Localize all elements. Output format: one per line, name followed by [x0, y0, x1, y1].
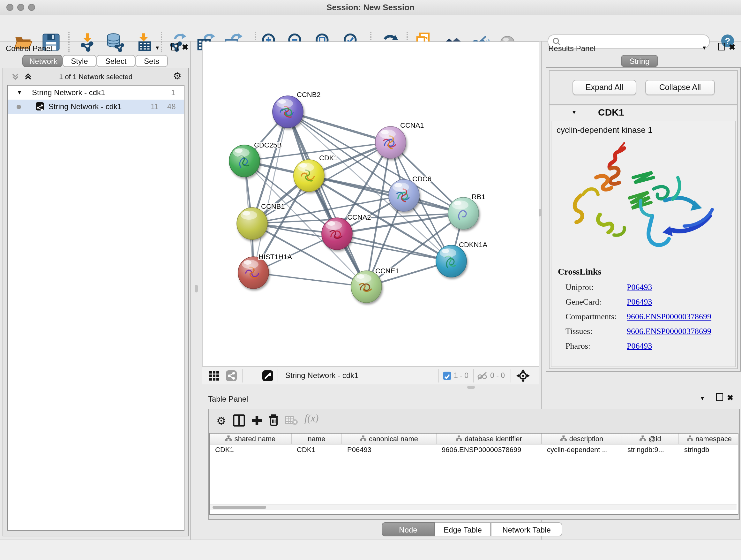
bottom-splitter-handle[interactable]: [467, 386, 475, 389]
control-panel-close-icon[interactable]: ✖: [182, 43, 188, 52]
table-panel-float-icon[interactable]: [716, 393, 723, 401]
status-bar: Memory: [0, 540, 741, 560]
cdk1-name: CDK1: [598, 107, 624, 118]
table-cell[interactable]: stringdb: [679, 444, 738, 455]
tab-select[interactable]: Select: [96, 55, 135, 67]
tree-expander-icon[interactable]: ▾: [18, 85, 21, 100]
column-header-description[interactable]: description: [542, 434, 622, 444]
table-hscrollbar[interactable]: [210, 504, 737, 510]
toolbar-separator: [511, 369, 511, 382]
grid-view-icon[interactable]: [209, 371, 219, 383]
birdseye-view-icon[interactable]: [262, 370, 273, 381]
column-header-namespace[interactable]: namespace: [679, 434, 738, 444]
network-graph[interactable]: CCNB2CCNA1CDC25BCDK1CDC6RB1CCNB1CCNA2CDK…: [203, 42, 539, 366]
table-row[interactable]: CDK1CDK1P064939606.ENSP00000378699cyclin…: [210, 444, 738, 455]
table-cell[interactable]: stringdb:9...: [622, 444, 679, 455]
network-node-ccne1[interactable]: [351, 271, 382, 303]
table-cell[interactable]: CDK1: [210, 444, 292, 455]
network-node-ccnb1[interactable]: [237, 207, 267, 240]
node-table[interactable]: shared namenamecanonical namedatabase id…: [209, 433, 738, 515]
crosslink-link[interactable]: P06493: [627, 282, 652, 292]
control-panel-float-icon[interactable]: [171, 43, 178, 51]
tab-network[interactable]: Network: [22, 55, 63, 67]
network-edge-count: 48: [167, 100, 176, 114]
column-header-shared-name[interactable]: shared name: [210, 434, 292, 444]
column-header--id[interactable]: @id: [622, 434, 679, 444]
string-results-box: Expand All Collapse All ▾ CDK1 cyclin-de…: [546, 67, 741, 372]
table-delete-column-icon[interactable]: [268, 414, 280, 429]
network-edge[interactable]: [309, 176, 463, 213]
node-label-rb1: RB1: [472, 193, 485, 201]
network-node-cdc6[interactable]: [389, 179, 419, 211]
collapse-all-button[interactable]: Collapse All: [645, 80, 715, 95]
tab-sets[interactable]: Sets: [135, 55, 168, 67]
table-panel-close-icon[interactable]: ✖: [727, 393, 733, 402]
table-panel-collapse-icon[interactable]: ▾: [701, 395, 704, 401]
control-panel-collapse-icon[interactable]: ▾: [156, 44, 159, 51]
crosslink-link[interactable]: P06493: [627, 341, 652, 351]
crosslink-link[interactable]: 9606.ENSP00000378699: [627, 326, 711, 336]
table-cell[interactable]: CDK1: [292, 444, 342, 455]
tab-edge-table[interactable]: Edge Table: [434, 522, 491, 537]
control-panel-title: Control Panel: [6, 44, 52, 53]
column-header-label: shared name: [234, 435, 275, 442]
network-share-view-icon[interactable]: [226, 370, 237, 381]
results-panel-float-icon[interactable]: [718, 43, 725, 51]
network-node-hist1h1a[interactable]: [238, 257, 269, 289]
network-edge[interactable]: [253, 112, 288, 273]
tab-node-table[interactable]: Node Table: [382, 522, 434, 537]
column-header-database-identifier[interactable]: database identifier: [436, 434, 542, 444]
network-edge[interactable]: [253, 273, 366, 287]
table-cell[interactable]: cyclin-dependent ...: [542, 444, 622, 455]
table-body: CDK1CDK1P064939606.ENSP00000378699cyclin…: [210, 444, 738, 455]
left-splitter-handle[interactable]: [195, 285, 198, 293]
table-cell[interactable]: P06493: [342, 444, 436, 455]
column-header-label: @id: [649, 435, 661, 442]
crosslink-row: Compartments:9606.ENSP00000378699: [565, 310, 731, 325]
table-cell[interactable]: 9606.ENSP00000378699: [436, 444, 542, 455]
tab-network-table[interactable]: Network Table: [491, 522, 562, 537]
column-namespace-icon: [456, 435, 462, 442]
results-panel-title: Results Panel: [548, 44, 596, 53]
results-panel-close-icon[interactable]: ✖: [729, 43, 735, 52]
node-label-cdk1: CDK1: [319, 154, 338, 162]
crosslink-label: Pharos:: [565, 341, 627, 351]
results-panel-collapse-icon[interactable]: ▾: [703, 44, 706, 51]
network-node-ccnb2[interactable]: [273, 96, 303, 128]
column-namespace-icon: [360, 435, 366, 442]
crosslink-row: GeneCard:P06493: [565, 296, 731, 310]
column-header-canonical-name[interactable]: canonical name: [342, 434, 436, 444]
cdk1-expander-icon[interactable]: ▾: [572, 109, 576, 116]
table-columns-icon[interactable]: [233, 415, 245, 429]
network-node-cdkn1a[interactable]: [436, 245, 467, 277]
fit-selected-crosshair-icon[interactable]: [516, 369, 530, 385]
network-node-ccna1[interactable]: [375, 126, 406, 159]
network-node-ccna2[interactable]: [322, 218, 352, 250]
tab-string[interactable]: String: [621, 55, 658, 67]
table-add-column-icon[interactable]: [251, 415, 263, 429]
network-node-rb1[interactable]: [448, 197, 479, 229]
expand-all-button[interactable]: Expand All: [572, 80, 636, 95]
network-view-toolbar: String Network - cdk1 1 - 0 0 - 0: [202, 367, 539, 384]
crosslink-link[interactable]: P06493: [627, 297, 652, 307]
node-label-cdc25b: CDC25B: [254, 141, 282, 149]
network-options-gear-icon[interactable]: ⚙: [173, 70, 182, 82]
crosslink-row: Tissues:9606.ENSP00000378699: [565, 325, 731, 340]
crosslink-link[interactable]: 9606.ENSP00000378699: [627, 312, 711, 321]
cdk1-description: cyclin-dependent kinase 1: [556, 125, 653, 135]
table-panel-title: Table Panel: [208, 395, 248, 403]
network-node-cdk1[interactable]: [293, 160, 324, 192]
network-tree-child-row[interactable]: String Network - cdk1 11 48: [8, 100, 184, 114]
network-edge[interactable]: [288, 112, 366, 287]
network-canvas[interactable]: CCNB2CCNA1CDC25BCDK1CDC6RB1CCNB1CCNA2CDK…: [202, 42, 539, 367]
tab-style[interactable]: Style: [63, 55, 96, 67]
table-gear-icon[interactable]: ⚙: [216, 415, 226, 428]
node-label-ccne1: CCNE1: [375, 267, 399, 275]
selected-checkbox-icon[interactable]: [443, 372, 451, 380]
table-hscrollbar-thumb[interactable]: [212, 506, 266, 509]
network-node-cdc25b[interactable]: [229, 145, 260, 177]
column-header-name[interactable]: name: [292, 434, 342, 444]
network-edge[interactable]: [288, 112, 391, 142]
network-tree-root-row[interactable]: ▾ String Network - cdk1 1: [8, 85, 184, 100]
table-header-row: shared namenamecanonical namedatabase id…: [210, 434, 738, 444]
